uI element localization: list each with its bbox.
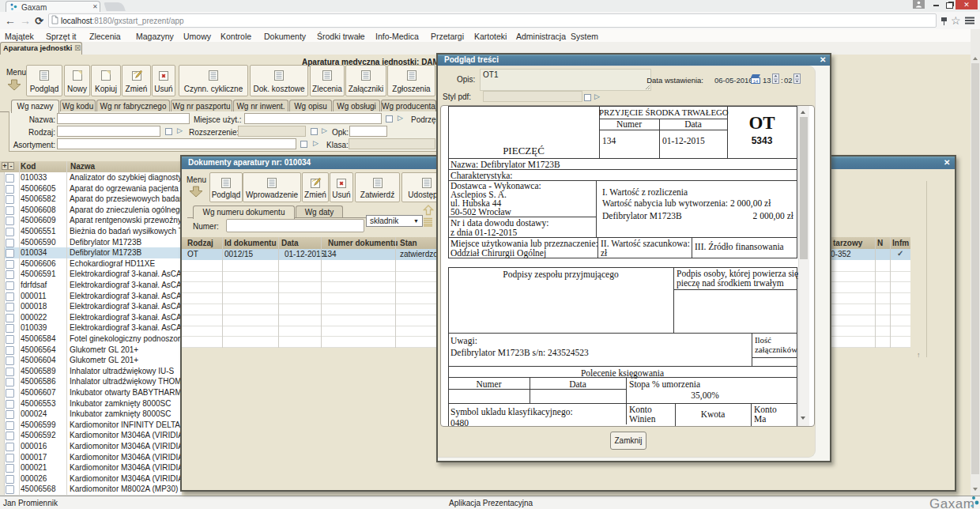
svg-text:14: 14 [753, 79, 759, 84]
